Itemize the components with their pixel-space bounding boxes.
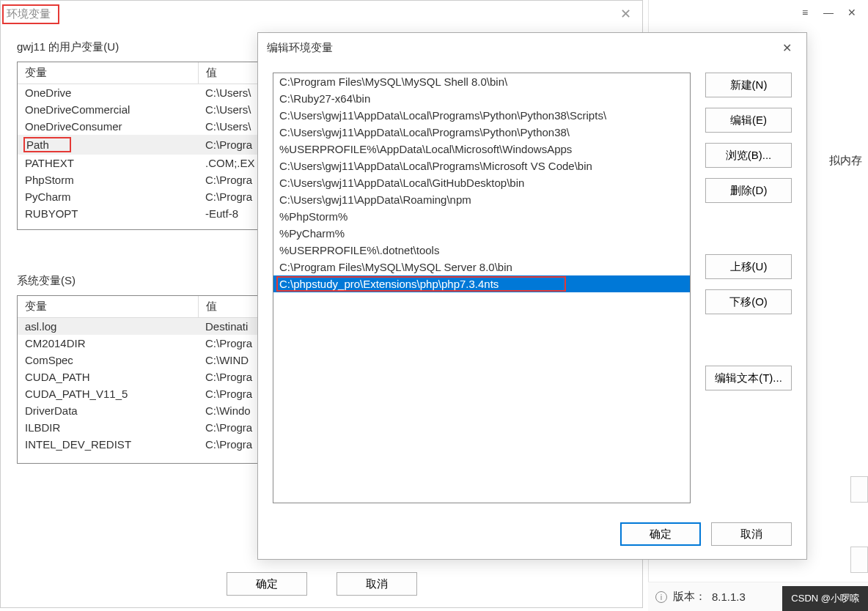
env-cancel-button[interactable]: 取消 <box>336 572 417 596</box>
env-title-bar: 环境变量 <box>1 1 642 27</box>
env-close-button[interactable]: ✕ <box>614 4 636 24</box>
move-down-button[interactable]: 下移(O) <box>705 289 792 314</box>
path-item[interactable]: C:\Program Files\MySQL\MySQL Server 8.0\… <box>273 259 690 275</box>
env-ok-button[interactable]: 确定 <box>227 572 307 596</box>
path-item[interactable]: %USERPROFILE%\AppData\Local\Microsoft\Wi… <box>273 141 690 158</box>
path-item[interactable]: C:\Users\gwj11\AppData\Local\GitHubDeskt… <box>273 174 690 191</box>
background-text: 拟内存 <box>829 154 862 168</box>
col-variable[interactable]: 变量 <box>18 62 198 84</box>
path-item[interactable]: C:\Users\gwj11\AppData\Local\Programs\Py… <box>273 124 690 141</box>
edit-close-button[interactable]: ✕ <box>776 37 798 58</box>
menu-icon[interactable]: ≡ <box>795 2 815 23</box>
edit-cancel-button[interactable]: 取消 <box>711 522 792 546</box>
minimize-icon[interactable]: — <box>818 2 839 23</box>
edit-button[interactable]: 编辑(E) <box>705 108 792 133</box>
path-item[interactable]: C:\Users\gwj11\AppData\Local\Programs\Mi… <box>273 158 690 174</box>
path-item-selected[interactable]: C:\phpstudy_pro\Extensions\php\php7.3.4n… <box>273 275 690 292</box>
path-list[interactable]: C:\Program Files\MySQL\MySQL Shell 8.0\b… <box>273 73 691 503</box>
version-value: 8.1.1.3 <box>712 590 746 603</box>
path-item[interactable]: %PyCharm% <box>273 225 690 242</box>
edit-text-button[interactable]: 编辑文本(T)... <box>705 366 792 390</box>
path-item[interactable]: C:\Users\gwj11\AppData\Local\Programs\Py… <box>273 107 690 124</box>
path-item[interactable]: %PhpStorm% <box>273 208 690 225</box>
browse-button[interactable]: 浏览(B)... <box>705 143 792 168</box>
delete-button[interactable]: 删除(D) <box>705 178 792 203</box>
new-button[interactable]: 新建(N) <box>705 73 792 97</box>
move-up-button[interactable]: 上移(U) <box>705 254 792 279</box>
path-item[interactable]: C:\Program Files\MySQL\MySQL Shell 8.0\b… <box>273 73 690 90</box>
side-buttons: 新建(N) 编辑(E) 浏览(B)... 删除(D) 上移(U) 下移(O) 编… <box>705 73 792 503</box>
path-item[interactable]: C:\Users\gwj11\AppData\Roaming\npm <box>273 191 690 208</box>
bg-button-fragment <box>850 547 868 573</box>
edit-env-var-dialog: 编辑环境变量 ✕ C:\Program Files\MySQL\MySQL Sh… <box>257 32 807 560</box>
version-label: 版本： <box>673 590 706 604</box>
env-window-title: 环境变量 <box>2 4 59 24</box>
env-main-buttons: 确定 取消 <box>1 572 642 596</box>
watermark: CSDN @小啰嗦 <box>782 586 868 611</box>
info-icon: i <box>655 591 667 603</box>
edit-ok-button[interactable]: 确定 <box>620 522 701 546</box>
close-icon[interactable]: ✕ <box>842 2 862 23</box>
edit-dialog-title: 编辑环境变量 <box>267 41 333 55</box>
edit-footer: 确定 取消 <box>620 522 792 546</box>
background-footer: i 版本： 8.1.1.3 CSDN @小啰嗦 <box>648 582 868 611</box>
background-titlebar: ≡ — ✕ <box>648 0 868 25</box>
col-variable[interactable]: 变量 <box>18 296 198 318</box>
path-item[interactable]: C:\Ruby27-x64\bin <box>273 90 690 107</box>
edit-title-bar: 编辑环境变量 ✕ <box>258 33 806 62</box>
path-item[interactable]: %USERPROFILE%\.dotnet\tools <box>273 242 690 259</box>
bg-button-fragment <box>850 476 868 503</box>
